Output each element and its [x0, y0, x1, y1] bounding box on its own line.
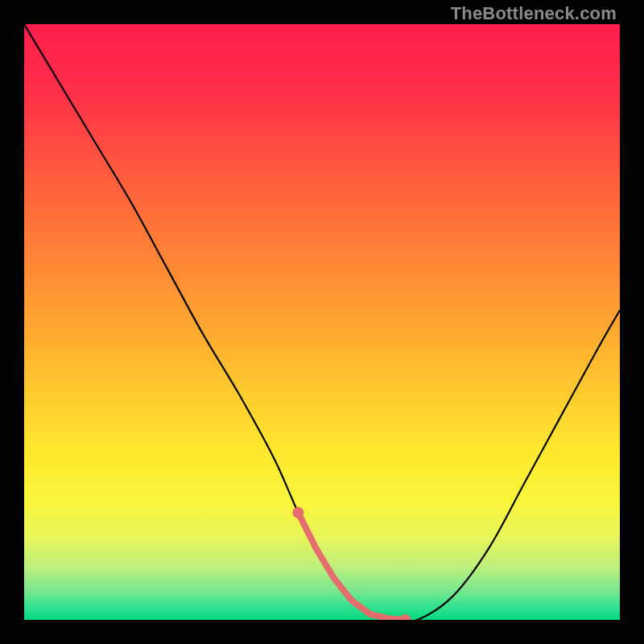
- valley-markers: [292, 507, 411, 620]
- watermark-text: TheBottleneck.com: [451, 3, 617, 24]
- valley-end-dot: [292, 507, 303, 518]
- valley-stroke: [298, 513, 405, 620]
- valley-end-dot: [400, 614, 411, 620]
- plot-area: [24, 24, 620, 620]
- chart-frame: TheBottleneck.com: [0, 0, 644, 644]
- curve-layer: [24, 24, 620, 620]
- bottleneck-curve: [24, 24, 620, 620]
